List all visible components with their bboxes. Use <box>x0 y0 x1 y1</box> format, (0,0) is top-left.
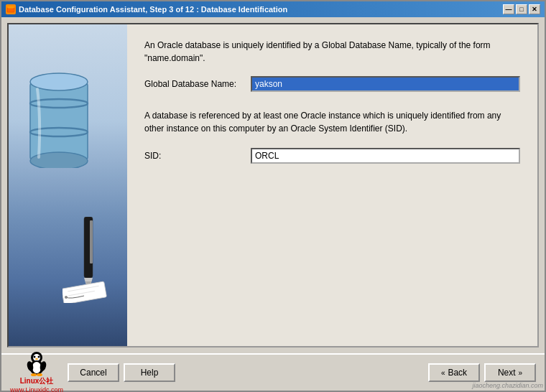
title-bar-left: Database Configuration Assistant, Step 3… <box>6 4 287 14</box>
minimize-button[interactable]: — <box>503 4 514 14</box>
global-db-name-input[interactable] <box>251 76 520 92</box>
description-text-2: A database is referenced by at least one… <box>144 109 520 135</box>
svg-rect-8 <box>90 220 93 263</box>
bottom-left-buttons: Linux公社 www.Linuxidc.com Cancel Help <box>10 352 175 392</box>
svg-point-3 <box>30 73 88 90</box>
description-text-1: An Oracle database is uniquely identifie… <box>144 39 520 65</box>
app-icon <box>6 4 16 14</box>
watermark-text: jiaocheng.chazidian.com <box>472 382 543 389</box>
next-button[interactable]: Next » <box>484 363 536 382</box>
back-button[interactable]: « Back <box>428 363 480 382</box>
sid-input[interactable] <box>251 148 520 164</box>
svg-point-14 <box>65 296 68 299</box>
title-bar: Database Configuration Assistant, Step 3… <box>1 1 545 17</box>
maximize-button[interactable]: □ <box>516 4 527 14</box>
svg-rect-11 <box>63 281 106 303</box>
sid-label: SID: <box>144 151 245 161</box>
linux-text1: Linux公社 <box>20 376 54 386</box>
svg-point-18 <box>38 356 40 358</box>
next-label: Next <box>498 368 516 378</box>
tux-icon <box>27 352 47 376</box>
global-db-name-row: Global Database Name: <box>144 76 520 92</box>
left-illustration-panel <box>9 24 127 346</box>
pen-icon <box>63 217 120 303</box>
linux-logo: Linux公社 www.Linuxidc.com <box>10 352 63 392</box>
content-area: An Oracle database is uniquely identifie… <box>1 17 545 353</box>
title-bar-buttons: — □ ✕ <box>503 4 540 14</box>
right-form-panel: An Oracle database is uniquely identifie… <box>127 24 537 346</box>
svg-point-21 <box>32 362 41 373</box>
svg-point-1 <box>7 6 14 9</box>
back-label: Back <box>448 368 467 378</box>
cancel-label: Cancel <box>80 368 106 378</box>
back-arrow-icon: « <box>441 369 445 377</box>
svg-point-19 <box>35 358 38 360</box>
close-button[interactable]: ✕ <box>529 4 540 14</box>
next-arrow-icon: » <box>519 369 523 377</box>
main-panel: An Oracle database is uniquely identifie… <box>7 23 539 347</box>
sid-row: SID: <box>144 148 520 164</box>
help-button[interactable]: Help <box>124 363 175 382</box>
cancel-button[interactable]: Cancel <box>68 363 119 382</box>
svg-point-17 <box>34 356 36 358</box>
linux-text2: www.Linuxidc.com <box>10 386 63 392</box>
global-db-name-label: Global Database Name: <box>144 79 245 89</box>
database-icon <box>23 53 102 168</box>
help-label: Help <box>141 368 159 378</box>
main-window: Database Configuration Assistant, Step 3… <box>0 0 546 392</box>
bottom-right-buttons: « Back Next » <box>428 363 536 382</box>
window-title: Database Configuration Assistant, Step 3… <box>19 5 287 14</box>
bottom-bar: Linux公社 www.Linuxidc.com Cancel Help « B… <box>1 353 545 391</box>
